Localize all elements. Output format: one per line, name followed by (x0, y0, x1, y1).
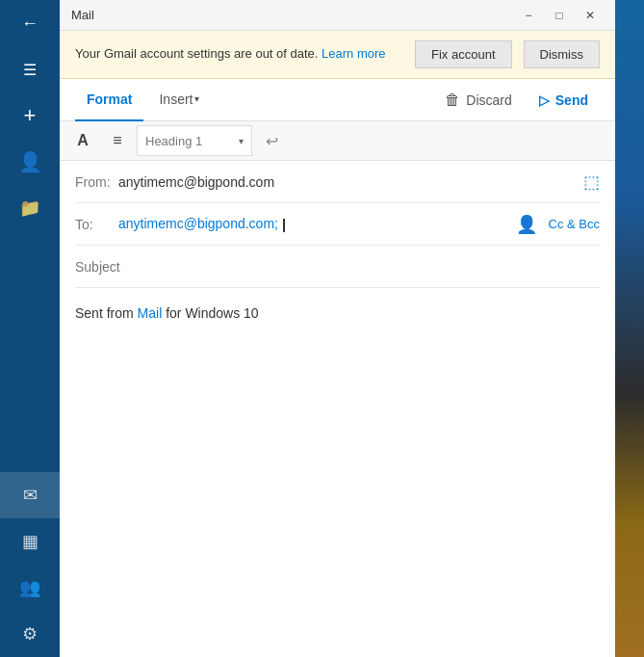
heading-dropdown[interactable]: Heading 1 ▾ (137, 125, 252, 156)
settings-icon: ⚙ (22, 623, 38, 644)
compose-area: Format Insert ▾ 🗑 Discard ▷ Send A ≡ (60, 79, 615, 657)
sidebar-item-settings[interactable]: ⚙ (0, 611, 60, 657)
from-label: From: (75, 174, 118, 190)
signature-end: for Windows 10 (162, 305, 258, 321)
close-button[interactable]: ✕ (577, 6, 604, 25)
calendar-icon: ▦ (22, 531, 39, 552)
dismiss-button[interactable]: Dismiss (524, 40, 601, 68)
compose-button[interactable]: + (0, 92, 60, 139)
folder-icon: 📁 (19, 197, 40, 219)
to-label: To: (75, 217, 118, 232)
window-title: Mail (71, 8, 515, 22)
insert-chevron-icon: ▾ (194, 93, 199, 104)
undo-button[interactable]: ↩ (256, 125, 287, 156)
to-actions: 👤 Cc & Bcc (516, 214, 600, 235)
window-controls: − □ ✕ (515, 6, 604, 25)
back-icon: ← (21, 13, 39, 34)
cc-bcc-button[interactable]: Cc & Bcc (549, 217, 600, 231)
list-style-button[interactable]: ≡ (102, 125, 133, 156)
main-window: Mail − □ ✕ Your Gmail account settings a… (60, 0, 615, 657)
title-bar: Mail − □ ✕ (60, 0, 615, 31)
to-value[interactable]: anytimemc@bigpond.com; (118, 216, 516, 231)
open-external-icon[interactable]: ⬚ (583, 171, 600, 193)
hamburger-icon: ☰ (23, 61, 37, 79)
maximize-button[interactable]: □ (546, 6, 573, 25)
signature-text: Sent from (75, 305, 138, 321)
list-icon: ≡ (113, 132, 121, 149)
email-body[interactable]: Sent from Mail for Windows 10 (60, 288, 615, 657)
send-button[interactable]: ▷ Send (528, 79, 600, 121)
add-contact-icon[interactable]: 👤 (516, 214, 537, 235)
email-fields: From: anytimemc@bigpond.com ⬚ To: anytim… (60, 161, 615, 288)
sidebar-item-people[interactable]: 👤 (0, 139, 60, 185)
trash-icon: 🗑 (445, 92, 460, 109)
back-button[interactable]: ← (0, 0, 60, 46)
tab-format[interactable]: Format (75, 79, 143, 121)
person-icon: 👤 (18, 150, 42, 173)
cursor (283, 219, 285, 232)
subject-input[interactable] (75, 259, 600, 275)
font-icon: A (77, 132, 89, 149)
learn-more-link[interactable]: Learn more (322, 46, 385, 61)
discard-button[interactable]: 🗑 Discard (433, 79, 523, 121)
from-row: From: anytimemc@bigpond.com ⬚ (75, 161, 600, 203)
format-toolbar: A ≡ Heading 1 ▾ ↩ (60, 121, 615, 161)
send-icon: ▷ (539, 92, 550, 108)
mail-link[interactable]: Mail (138, 305, 163, 321)
sidebar: ← ☰ + 👤 📁 ✉ ▦ 👥 ⚙ (0, 0, 60, 657)
contacts-icon: 👥 (19, 577, 40, 598)
sidebar-item-mail[interactable]: ✉ (0, 472, 60, 518)
sidebar-item-folder[interactable]: 📁 (0, 185, 60, 231)
subject-row (75, 246, 600, 288)
minimize-button[interactable]: − (515, 6, 542, 25)
undo-icon: ↩ (266, 132, 278, 150)
right-panel (615, 0, 644, 657)
right-panel-background (615, 0, 644, 657)
heading-value: Heading 1 (145, 134, 235, 148)
font-button[interactable]: A (67, 125, 98, 156)
sidebar-item-calendar[interactable]: ▦ (0, 518, 60, 565)
from-value: anytimemc@bigpond.com (118, 174, 583, 190)
hamburger-button[interactable]: ☰ (0, 46, 60, 92)
tab-insert[interactable]: Insert ▾ (147, 79, 211, 121)
notification-banner: Your Gmail account settings are out of d… (60, 31, 615, 79)
heading-chevron-icon: ▾ (239, 136, 244, 146)
fix-account-button[interactable]: Fix account (415, 40, 511, 68)
notification-text: Your Gmail account settings are out of d… (75, 45, 403, 63)
compose-icon: + (24, 103, 37, 128)
toolbar-tabs: Format Insert ▾ 🗑 Discard ▷ Send (60, 79, 615, 121)
sidebar-item-contacts[interactable]: 👥 (0, 565, 60, 611)
mail-icon: ✉ (23, 485, 38, 506)
to-row: To: anytimemc@bigpond.com; 👤 Cc & Bcc (75, 203, 600, 246)
